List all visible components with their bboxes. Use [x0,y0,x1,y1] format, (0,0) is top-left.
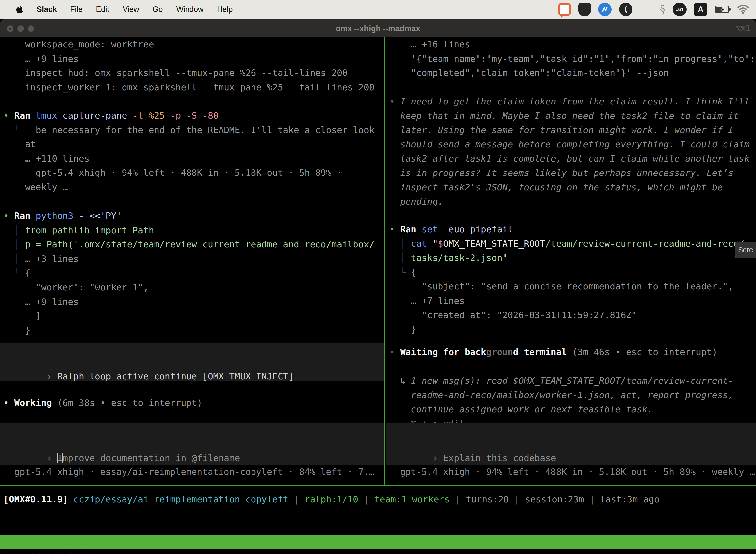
text-segment: • [389,347,395,357]
text-segment: '{"team_name":"my-team","task_id":"1","f… [389,54,755,64]
terminal-line: … +110 lines [0,151,384,166]
terminal-line: gpt-5.4 xhigh · 94% left · 488K in · 5.1… [0,166,384,180]
terminal-line: │ … +3 lines [0,252,384,266]
output-block: • Ran python3 - <<'PY' │ from pathlib im… [0,209,384,337]
output-block: • Ran tmux capture-pane -t %25 -p -S -80… [0,108,384,195]
text-segment: -t [127,110,143,121]
text-segment: "subject": "send a concise recommendatio… [389,281,734,291]
right-prompt-box[interactable]: › Explain this codebase [386,423,756,465]
text-segment: I need to get the claim token from the c… [400,96,750,107]
text-segment [395,96,400,107]
omx-status-segment: last:3m ago [600,494,659,504]
terminal-line: inspect task2's JSON, focusing on the st… [386,180,756,195]
text-segment: tmux [36,110,57,121]
omx-status-segment: team:1 workers [375,494,450,504]
terminal-line: is in progress? It seems likely but perh… [386,166,756,180]
text-segment: • [3,211,9,221]
inject-banner-chevron: › [46,371,57,381]
text-segment: %25 [143,110,165,121]
tmux-pane-left[interactable]: workspace_mode: worktree … +9 lines insp… [0,0,384,554]
text-segment: inspect_worker-1: omx sparkshell --tmux-… [3,82,375,92]
terminal-line: ↳ 1 new msg(s): read $OMX_TEAM_STATE_ROO… [386,374,756,388]
output-block: • Waiting for background terminal (3m 46… [386,345,756,359]
text-cursor: I [57,453,63,463]
text-segment: 1 new msg(s): read $OMX_TEAM_STATE_ROOT/… [411,376,734,386]
omx-status-segment: | [584,494,600,504]
text-segment: -p -S -80 [165,110,218,121]
pane-bottom-border [0,486,756,487]
text-segment: d terminal [513,347,567,357]
terminal-line: readme-and-reco/mailbox/worker-1.json, a… [386,388,756,402]
omx-status-segment: ralph:1/10 [305,494,359,504]
omx-status-line: [OMX#0.11.9] cczip/essay/ai-reimplementa… [3,492,659,507]
text-segment: /team/review-current-readme-and-reco/ [546,238,744,249]
text-segment: inspect task2's JSON, focusing on the st… [389,182,723,192]
text-segment: • [389,96,395,107]
output-block: • I need to get the claim token from the… [386,94,756,209]
inject-banner: › Ralph loop active continue [OMX_TMUX_I… [0,343,384,382]
right-prompt-input[interactable]: Explain this codebase [443,453,556,463]
text-segment: { [25,268,30,278]
text-segment: $ [438,238,443,249]
text-segment: python3 [36,211,73,221]
terminal-line: • Working (6m 38s • esc to interrupt) [0,396,384,410]
pane-divider[interactable] [384,38,385,486]
text-segment: be necessary for the end of the README. … [36,125,374,135]
terminal-line: '{"team_name":"my-team","task_id":"1","f… [386,52,756,66]
terminal-line: … +7 lines [386,294,756,308]
text-segment: OMX_TEAM_STATE_ROOT [443,238,546,249]
text-segment: Ran [14,110,30,121]
omx-status-segment: cczip/essay/ai-reimplementation-copyleft [68,494,289,504]
terminal-line: │ tasks/task-2.json" [386,251,756,265]
text-segment: … +7 lines [389,296,464,306]
omx-status-segment: | [359,494,375,504]
terminal-line: │ from pathlib import Path [0,223,384,237]
terminal-line: • I need to get the claim token from the… [386,94,756,109]
inject-banner-text: Ralph loop active continue [OMX_TMUX_INJ… [57,371,294,381]
text-segment: } [389,324,416,334]
left-prompt-chevron: › [46,453,57,463]
terminal-line: … +9 lines [0,295,384,309]
right-prompt-chevron: › [432,453,443,463]
text-segment: continue assigned work or next feasible … [389,404,653,414]
terminal-line: } [386,322,756,337]
left-prompt-input[interactable]: Improve documentation in @filename [57,453,240,463]
tmux-session-name: [omx-cczip0:bash* [3,549,97,554]
right-session-status: gpt-5.4 xhigh · 94% left · 488K in · 5.1… [400,465,755,479]
terminal-line: "subject": "send a concise recommendatio… [386,279,756,294]
text-segment: • [3,398,9,408]
terminal-line: └ { [0,266,384,280]
terminal-line: • Ran set -euo pipefail [386,222,756,236]
text-segment [9,398,14,408]
left-session-status: gpt-5.4 xhigh · essay/ai-reimplementatio… [14,465,374,479]
terminal-line: pending. [386,195,756,209]
terminal-line: └ { [386,265,756,279]
text-segment: ] [3,311,41,321]
tmux-status-bar: [omx-cczip0:bash* "MacBook-Pro-44.local"… [0,535,756,549]
text-segment: … +3 lines [25,254,79,264]
text-segment: - <<'PY' [73,211,122,221]
terminal-line: ] [0,309,384,323]
text-segment: gpt-5.4 xhigh · 94% left · 488K in · 5.1… [3,168,342,178]
text-segment: should send a message before completing … [389,139,750,150]
text-segment: (6m 38s • esc to interrupt) [52,398,202,408]
text-segment: " [427,238,438,249]
text-segment: " [502,253,508,263]
text-segment: keep that in mind. Maybe I also need the… [389,111,739,121]
text-segment [416,224,422,234]
terminal-line: • Ran python3 - <<'PY' [0,209,384,223]
left-prompt-box[interactable]: › Improve documentation in @filename [0,423,384,465]
text-segment: at [3,139,36,149]
text-segment: Waiting for back [400,347,486,357]
tmux-pane-right[interactable]: … +16 lines '{"team_name":"my-team","tas… [386,0,756,554]
text-segment: cat [411,238,427,249]
omx-status-segment: | [509,494,525,504]
text-segment: pending. [389,196,443,207]
text-segment: • [3,110,9,121]
text-segment: task2 after task1 is complete, but can I… [389,153,750,164]
text-segment: │ [3,254,25,264]
text-segment: └ [3,268,25,278]
text-segment: from pathlib import Path [25,225,154,235]
text-segment: Ran [14,211,30,221]
screenshot-toast[interactable]: Scre [735,241,756,258]
